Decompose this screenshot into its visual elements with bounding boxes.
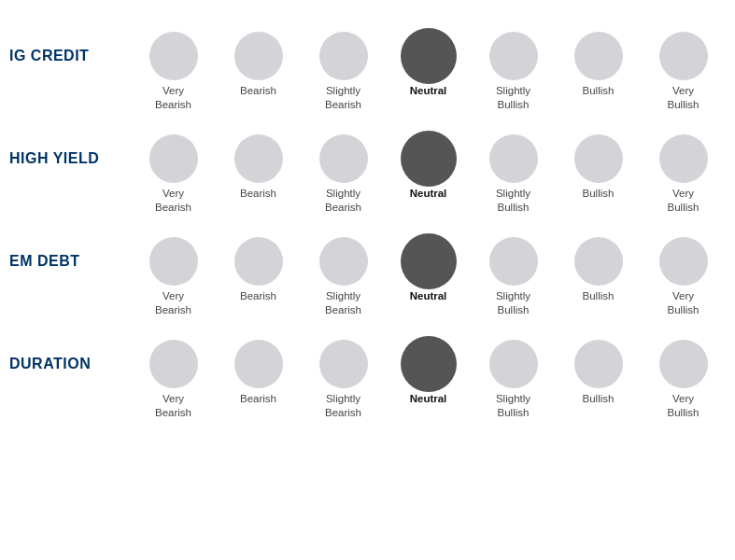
row-main-em-debt: EM DEBT bbox=[9, 224, 726, 289]
circle-duration-very-bullish[interactable] bbox=[659, 340, 708, 388]
circle-high-yield-slightly-bullish[interactable] bbox=[489, 134, 538, 183]
label-duration-very-bearish: VeryBearish bbox=[132, 392, 216, 420]
label-duration-neutral: Neutral bbox=[387, 392, 471, 420]
circle-em-debt-bullish[interactable] bbox=[574, 237, 623, 286]
circle-high-yield-very-bearish[interactable] bbox=[149, 134, 198, 183]
label-high-yield-slightly-bullish: SlightlyBullish bbox=[472, 187, 556, 215]
label-ig-credit-neutral: Neutral bbox=[387, 84, 471, 112]
circles-row-high-yield bbox=[131, 131, 726, 187]
row-group-ig-credit: IG CREDITVeryBearishBearishSlightlyBeari… bbox=[9, 19, 726, 112]
circles-row-duration bbox=[131, 336, 726, 392]
label-high-yield-slightly-bearish: SlightlyBearish bbox=[302, 187, 386, 215]
circle-ig-credit-very-bearish[interactable] bbox=[149, 32, 198, 80]
circle-item-duration-slightly-bullish[interactable] bbox=[472, 340, 556, 388]
circle-ig-credit-neutral[interactable] bbox=[401, 28, 457, 84]
labels-inner-em-debt: VeryBearishBearishSlightlyBearishNeutral… bbox=[131, 289, 726, 317]
circle-high-yield-bullish[interactable] bbox=[574, 134, 623, 183]
circle-item-duration-slightly-bearish[interactable] bbox=[302, 340, 386, 388]
circle-item-duration-bullish[interactable] bbox=[557, 340, 641, 388]
label-high-yield-very-bullish: VeryBullish bbox=[642, 187, 726, 215]
row-label-duration: DURATION bbox=[9, 356, 131, 372]
circle-item-high-yield-slightly-bullish[interactable] bbox=[472, 134, 556, 183]
circle-item-ig-credit-slightly-bearish[interactable] bbox=[302, 32, 386, 80]
circles-row-ig-credit bbox=[131, 28, 726, 84]
circle-duration-very-bearish[interactable] bbox=[149, 340, 198, 388]
circle-duration-neutral[interactable] bbox=[401, 336, 457, 392]
labels-wrapper-high-yield: VeryBearishBearishSlightlyBearishNeutral… bbox=[9, 187, 726, 215]
circle-item-em-debt-bearish[interactable] bbox=[217, 237, 301, 286]
circle-high-yield-bearish[interactable] bbox=[234, 134, 283, 183]
circle-item-ig-credit-slightly-bullish[interactable] bbox=[472, 32, 556, 80]
label-ig-credit-very-bullish: VeryBullish bbox=[642, 84, 726, 112]
circle-duration-bearish[interactable] bbox=[234, 340, 283, 388]
circle-item-ig-credit-bullish[interactable] bbox=[557, 32, 641, 80]
circle-duration-slightly-bearish[interactable] bbox=[319, 340, 368, 388]
labels-wrapper-duration: VeryBearishBearishSlightlyBearishNeutral… bbox=[9, 392, 726, 420]
row-main-ig-credit: IG CREDIT bbox=[9, 19, 726, 84]
circle-em-debt-neutral[interactable] bbox=[401, 233, 457, 289]
circle-item-duration-neutral[interactable] bbox=[387, 336, 471, 392]
circle-duration-bullish[interactable] bbox=[574, 340, 623, 388]
circle-em-debt-slightly-bullish[interactable] bbox=[489, 237, 538, 286]
circle-item-em-debt-bullish[interactable] bbox=[557, 237, 641, 286]
sentiment-grid: IG CREDITVeryBearishBearishSlightlyBeari… bbox=[9, 19, 726, 429]
circle-em-debt-very-bullish[interactable] bbox=[659, 237, 708, 286]
circle-item-ig-credit-very-bearish[interactable] bbox=[132, 32, 216, 80]
circle-ig-credit-slightly-bearish[interactable] bbox=[319, 32, 368, 80]
circle-em-debt-slightly-bearish[interactable] bbox=[319, 237, 368, 286]
row-main-high-yield: HIGH YIELD bbox=[9, 121, 726, 187]
circle-item-em-debt-very-bullish[interactable] bbox=[642, 237, 726, 286]
label-em-debt-slightly-bullish: SlightlyBullish bbox=[472, 289, 556, 317]
label-high-yield-bearish: Bearish bbox=[217, 187, 301, 215]
circle-item-high-yield-slightly-bearish[interactable] bbox=[302, 134, 386, 183]
circle-item-em-debt-slightly-bullish[interactable] bbox=[472, 237, 556, 286]
circle-item-duration-very-bullish[interactable] bbox=[642, 340, 726, 388]
label-high-yield-bullish: Bullish bbox=[557, 187, 641, 215]
circle-ig-credit-slightly-bullish[interactable] bbox=[489, 32, 538, 80]
circle-em-debt-very-bearish[interactable] bbox=[149, 237, 198, 286]
circle-item-duration-bearish[interactable] bbox=[217, 340, 301, 388]
label-em-debt-very-bullish: VeryBullish bbox=[642, 289, 726, 317]
circle-ig-credit-bullish[interactable] bbox=[574, 32, 623, 80]
row-label-em-debt: EM DEBT bbox=[9, 253, 131, 270]
label-duration-slightly-bullish: SlightlyBullish bbox=[472, 392, 556, 420]
circle-item-high-yield-neutral[interactable] bbox=[387, 131, 471, 187]
circle-item-high-yield-bearish[interactable] bbox=[217, 134, 301, 183]
circle-duration-slightly-bullish[interactable] bbox=[489, 340, 538, 388]
circle-item-em-debt-very-bearish[interactable] bbox=[132, 237, 216, 286]
circle-item-duration-very-bearish[interactable] bbox=[132, 340, 216, 388]
labels-wrapper-ig-credit: VeryBearishBearishSlightlyBearishNeutral… bbox=[9, 84, 726, 112]
circle-item-high-yield-bullish[interactable] bbox=[557, 134, 641, 183]
circle-item-em-debt-neutral[interactable] bbox=[387, 233, 471, 289]
row-main-duration: DURATION bbox=[9, 327, 726, 392]
circle-em-debt-bearish[interactable] bbox=[234, 237, 283, 286]
row-group-duration: DURATIONVeryBearishBearishSlightlyBearis… bbox=[9, 327, 726, 420]
circle-high-yield-neutral[interactable] bbox=[401, 131, 457, 187]
circle-ig-credit-bearish[interactable] bbox=[234, 32, 283, 80]
row-group-high-yield: HIGH YIELDVeryBearishBearishSlightlyBear… bbox=[9, 121, 726, 215]
label-ig-credit-slightly-bearish: SlightlyBearish bbox=[302, 84, 386, 112]
label-duration-slightly-bearish: SlightlyBearish bbox=[302, 392, 386, 420]
circle-ig-credit-very-bullish[interactable] bbox=[659, 32, 708, 80]
label-ig-credit-bearish: Bearish bbox=[217, 84, 301, 112]
row-label-ig-credit: IG CREDIT bbox=[9, 48, 131, 64]
label-duration-very-bullish: VeryBullish bbox=[642, 392, 726, 420]
circle-item-ig-credit-very-bullish[interactable] bbox=[642, 32, 726, 80]
label-em-debt-very-bearish: VeryBearish bbox=[132, 289, 216, 317]
circle-item-ig-credit-neutral[interactable] bbox=[387, 28, 471, 84]
circle-item-em-debt-slightly-bearish[interactable] bbox=[302, 237, 386, 286]
label-ig-credit-very-bearish: VeryBearish bbox=[132, 84, 216, 112]
circle-item-high-yield-very-bullish[interactable] bbox=[642, 134, 726, 183]
label-em-debt-slightly-bearish: SlightlyBearish bbox=[302, 289, 386, 317]
labels-wrapper-em-debt: VeryBearishBearishSlightlyBearishNeutral… bbox=[9, 289, 726, 317]
row-label-high-yield: HIGH YIELD bbox=[9, 150, 131, 167]
circle-item-high-yield-very-bearish[interactable] bbox=[132, 134, 216, 183]
labels-inner-duration: VeryBearishBearishSlightlyBearishNeutral… bbox=[131, 392, 726, 420]
circle-item-ig-credit-bearish[interactable] bbox=[217, 32, 301, 80]
row-group-em-debt: EM DEBTVeryBearishBearishSlightlyBearish… bbox=[9, 224, 726, 317]
circles-row-em-debt bbox=[131, 233, 726, 289]
circle-high-yield-slightly-bearish[interactable] bbox=[319, 134, 368, 183]
label-duration-bullish: Bullish bbox=[557, 392, 641, 420]
label-em-debt-bearish: Bearish bbox=[217, 289, 301, 317]
circle-high-yield-very-bullish[interactable] bbox=[659, 134, 708, 183]
